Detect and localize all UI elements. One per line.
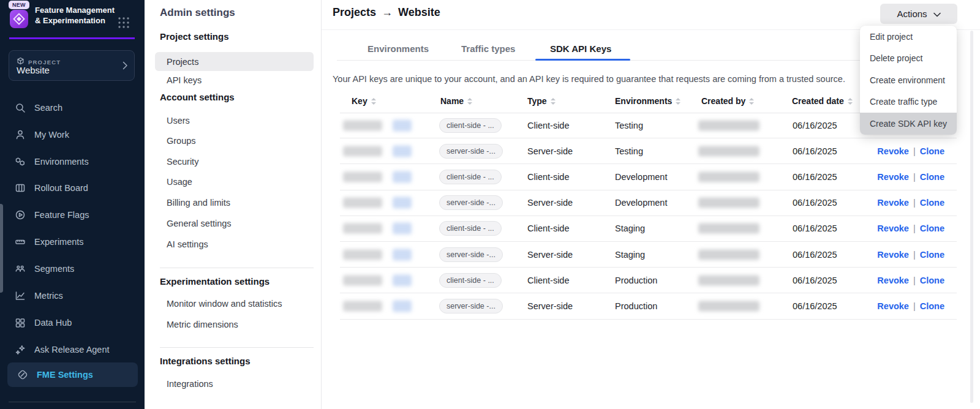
- sidebar-item-search[interactable]: Search: [5, 99, 140, 116]
- primary-sidebar: NEW Feature Management & Experimentation: [0, 0, 145, 409]
- sort-icon[interactable]: [551, 98, 556, 105]
- redacted-key-action[interactable]: [393, 249, 412, 260]
- environment-cell: Production: [615, 276, 657, 285]
- sidebar-item-my-work[interactable]: My Work: [5, 126, 140, 143]
- revoke-link[interactable]: Revoke: [877, 223, 909, 233]
- project-name: Website: [17, 65, 50, 75]
- sort-icon[interactable]: [848, 98, 853, 105]
- revoke-link[interactable]: Revoke: [877, 301, 909, 311]
- redacted-key-action[interactable]: [393, 171, 412, 182]
- main-scrollbar-track[interactable]: [970, 31, 973, 403]
- environment-cell: Development: [615, 172, 667, 182]
- sidebar-item-feature-flags[interactable]: Feature Flags: [5, 206, 140, 223]
- sort-icon[interactable]: [371, 98, 376, 105]
- admin-item-general-settings[interactable]: General settings: [167, 219, 232, 228]
- tab-sdk-api-keys[interactable]: SDK API Keys: [550, 37, 611, 61]
- user-icon: [15, 129, 26, 140]
- admin-item-projects[interactable]: Projects: [155, 52, 314, 71]
- sidebar-item-ask-release-agent[interactable]: Ask Release Agent: [5, 341, 140, 358]
- redacted-created-by: [698, 171, 760, 182]
- column-header-key[interactable]: Key: [352, 94, 376, 108]
- created-date-cell: 06/16/2025: [793, 301, 837, 311]
- sort-icon[interactable]: [749, 98, 754, 105]
- column-header-type[interactable]: Type: [527, 94, 556, 108]
- sidebar-item-experiments[interactable]: Experiments: [5, 233, 140, 250]
- admin-item-usage[interactable]: Usage: [167, 177, 192, 187]
- admin-item-users[interactable]: Users: [167, 116, 190, 126]
- clone-link[interactable]: Clone: [920, 223, 944, 233]
- revoke-link[interactable]: Revoke: [877, 250, 909, 260]
- admin-item-monitor-window[interactable]: Monitor window and statistics: [167, 299, 282, 309]
- menu-item-edit-project[interactable]: Edit project: [860, 26, 957, 48]
- redacted-created-by: [698, 198, 760, 208]
- fme-diamond-icon: [17, 369, 28, 380]
- redacted-created-by: [698, 301, 760, 311]
- sidebar-item-fme-settings[interactable]: FME Settings: [7, 362, 138, 387]
- section-heading-project-settings: Project settings: [160, 31, 229, 42]
- sidebar-item-environments[interactable]: Environments: [5, 153, 140, 170]
- clone-link[interactable]: Clone: [920, 250, 944, 260]
- column-header-created-by[interactable]: Created by: [701, 94, 754, 108]
- sidebar-item-segments[interactable]: Segments: [5, 260, 140, 277]
- row-actions: Revoke | Clone: [877, 172, 944, 182]
- redacted-key-action[interactable]: [393, 119, 412, 131]
- admin-item-metric-dimensions[interactable]: Metric dimensions: [167, 320, 238, 329]
- actions-dropdown-menu: Edit project Delete project Create envir…: [860, 26, 957, 135]
- sidebar-item-data-hub[interactable]: Data Hub: [5, 314, 140, 331]
- menu-item-create-environment[interactable]: Create environment: [860, 69, 957, 91]
- redacted-key-action[interactable]: [393, 300, 412, 312]
- project-selector[interactable]: PROJECT Website: [9, 50, 135, 81]
- sidebar-item-metrics[interactable]: Metrics: [5, 287, 140, 304]
- admin-item-api-keys[interactable]: API keys: [167, 75, 202, 85]
- api-key-name-pill: client-side - ...: [439, 118, 502, 133]
- redacted-created-by: [698, 223, 760, 234]
- redacted-key-action[interactable]: [393, 274, 412, 286]
- redacted-key-value: [343, 198, 382, 208]
- type-cell: Server-side: [527, 301, 573, 311]
- redacted-key-value: [343, 249, 382, 260]
- revoke-link[interactable]: Revoke: [877, 198, 909, 208]
- environment-cell: Staging: [615, 250, 645, 260]
- revoke-link[interactable]: Revoke: [877, 146, 909, 156]
- actions-button[interactable]: Actions: [880, 4, 957, 24]
- revoke-link[interactable]: Revoke: [877, 172, 909, 182]
- redacted-key-value: [343, 223, 382, 234]
- board-columns-icon: [15, 182, 26, 193]
- revoke-link[interactable]: Revoke: [877, 276, 909, 285]
- sidebar-item-rollout-board[interactable]: Rollout Board: [5, 179, 140, 197]
- brand-title: Feature Management & Experimentation: [35, 6, 117, 26]
- admin-item-ai-settings[interactable]: AI settings: [167, 239, 208, 249]
- clone-link[interactable]: Clone: [920, 301, 944, 311]
- admin-settings-title: Admin settings: [160, 7, 235, 19]
- tab-traffic-types[interactable]: Traffic types: [461, 37, 515, 61]
- clone-link[interactable]: Clone: [920, 146, 944, 156]
- admin-item-billing-and-limits[interactable]: Billing and limits: [167, 198, 230, 208]
- created-date-cell: 06/16/2025: [793, 223, 837, 233]
- type-cell: Server-side: [527, 250, 573, 260]
- admin-item-security[interactable]: Security: [167, 157, 198, 167]
- admin-item-groups[interactable]: Groups: [167, 136, 196, 146]
- menu-item-create-sdk-api-key[interactable]: Create SDK API key: [860, 113, 957, 135]
- admin-item-integrations[interactable]: Integrations: [167, 379, 213, 389]
- column-header-name[interactable]: Name: [440, 94, 472, 108]
- divider: [160, 347, 314, 348]
- app-switcher-grid-icon[interactable]: [117, 16, 130, 29]
- menu-item-delete-project[interactable]: Delete project: [860, 48, 957, 70]
- clone-link[interactable]: Clone: [920, 276, 944, 285]
- redacted-key-action[interactable]: [393, 145, 412, 157]
- redacted-key-action[interactable]: [393, 223, 412, 235]
- api-key-name-pill: client-side - ...: [439, 170, 502, 184]
- redacted-key-action[interactable]: [393, 197, 412, 209]
- section-heading-experimentation-settings: Experimentation settings: [160, 276, 270, 287]
- menu-item-create-traffic-type[interactable]: Create traffic type: [860, 91, 957, 113]
- table-row: server-side -... Server-side Production …: [340, 293, 957, 319]
- sort-icon[interactable]: [676, 98, 680, 105]
- tab-environments[interactable]: Environments: [368, 37, 429, 61]
- sidebar-scrollbar-thumb[interactable]: [0, 204, 3, 293]
- clone-link[interactable]: Clone: [920, 172, 944, 182]
- column-header-environments[interactable]: Environments: [615, 94, 680, 108]
- sort-icon[interactable]: [467, 98, 472, 105]
- clone-link[interactable]: Clone: [920, 198, 944, 208]
- redacted-created-by: [698, 146, 760, 156]
- column-header-created-date[interactable]: Created date: [792, 94, 853, 108]
